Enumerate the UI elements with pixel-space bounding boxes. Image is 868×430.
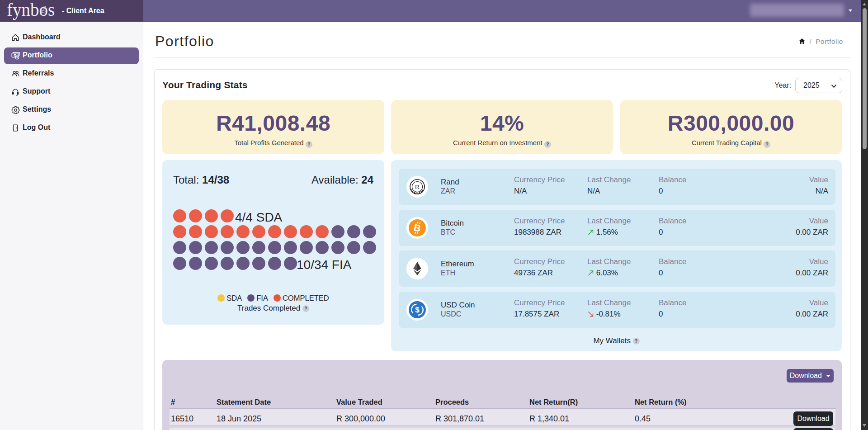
- svg-text:$: $: [16, 56, 18, 59]
- svg-text:R: R: [415, 184, 419, 190]
- svg-text:$: $: [415, 306, 420, 314]
- svg-text:fynbos: fynbos: [7, 0, 55, 20]
